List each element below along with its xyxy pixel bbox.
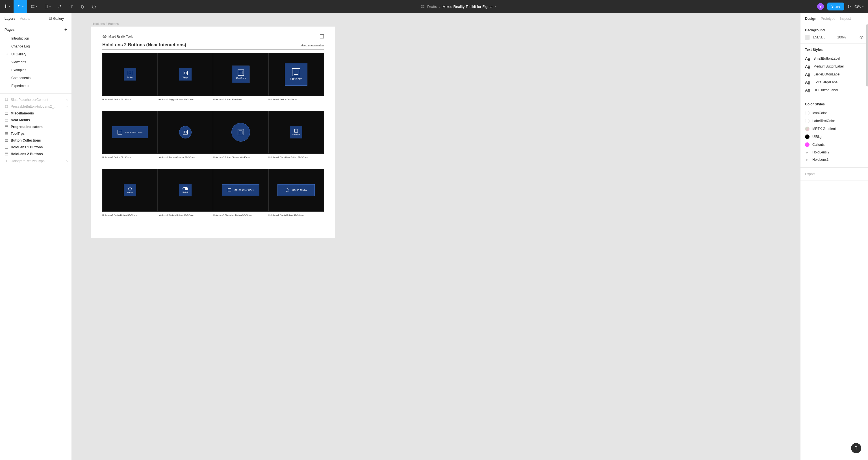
svg-rect-10	[5, 146, 8, 148]
gallery-cell[interactable]: CheckBoxHoloLens2 Checkbox Button 32x32m…	[269, 111, 324, 158]
avatar[interactable]: Y	[817, 3, 824, 10]
add-page-button[interactable]: +	[64, 27, 67, 32]
breadcrumb[interactable]: Drafts / Mixed Reality Toolkit for Figma…	[99, 4, 817, 9]
gallery-cell[interactable]: 32x96 RadioHoloLens2 Radio Button 32x96m…	[269, 169, 324, 216]
gallery-caption: HoloLens2 Button 48x48mm	[213, 96, 269, 100]
bg-hex[interactable]: E5E5E5	[813, 35, 825, 39]
filename[interactable]: Mixed Reality Toolkit for Figma	[442, 4, 493, 9]
page-item[interactable]: Viewports	[0, 58, 71, 66]
layer-item[interactable]: SlatePlaceholderContent∿	[0, 96, 71, 103]
zoom-control[interactable]: 42% ▾	[855, 4, 864, 8]
frame-label[interactable]: HoloLens 2 Buttons	[92, 22, 781, 25]
layer-action-icon[interactable]: ∿	[66, 98, 68, 101]
color-style-row[interactable]: Callouts	[805, 141, 864, 149]
scrollbar[interactable]	[866, 24, 868, 87]
color-style-row[interactable]: UIBkg	[805, 133, 864, 141]
shape-tool[interactable]: ▾	[41, 0, 54, 13]
gallery-cell[interactable]: Button Title LabelHoloLens2 Button 32x96…	[102, 111, 158, 158]
gallery-caption: HoloLens2 Button 32x96mm	[102, 154, 158, 158]
frame-icon	[4, 112, 8, 115]
page-item[interactable]: Components	[0, 74, 71, 82]
bg-opacity[interactable]: 100%	[837, 35, 846, 39]
tab-design[interactable]: Design	[805, 17, 816, 21]
frame-header: Mixed Reality Toolkit	[102, 34, 324, 38]
color-group-row[interactable]: ▶HoloLens 2	[805, 149, 864, 156]
gallery-cell[interactable]: 48x48mmHoloLens2 Button 48x48mm	[213, 53, 269, 100]
page-item[interactable]: Examples	[0, 66, 71, 74]
text-tool[interactable]: T	[66, 0, 77, 13]
layer-item[interactable]: HoloLens 1 Buttons	[0, 144, 71, 151]
frame-icon	[4, 146, 8, 149]
color-group-row[interactable]: ▶HoloLens1	[805, 156, 864, 163]
hand-tool[interactable]	[77, 0, 88, 13]
page-item[interactable]: Experiments	[0, 82, 71, 90]
component-icon	[421, 4, 425, 9]
layer-item[interactable]: Progress Indicators	[0, 123, 71, 130]
tab-inspect[interactable]: Inspect	[840, 17, 851, 21]
gallery-preview	[213, 111, 269, 154]
svg-rect-4	[423, 7, 424, 8]
layer-item[interactable]: Button Collections	[0, 137, 71, 144]
page-item[interactable]: UI Gallery	[0, 50, 71, 58]
tab-assets[interactable]: Assets	[20, 17, 30, 21]
layer-action-icon[interactable]: ∿	[66, 105, 68, 108]
share-button[interactable]: Share	[827, 3, 844, 10]
main: Layers Assets UI Gallery ⌃ Pages + Intro…	[0, 13, 868, 460]
text-style-row[interactable]: AgMediumButtonLabel	[805, 62, 864, 70]
canvas[interactable]: HoloLens 2 Buttons Mixed Reality Toolkit…	[72, 13, 800, 460]
breadcrumb-location[interactable]: Drafts	[427, 4, 437, 9]
gallery-row: Button Title LabelHoloLens2 Button 32x96…	[102, 111, 324, 158]
add-export-button[interactable]: +	[861, 172, 864, 177]
gallery-preview: Switch	[158, 169, 213, 212]
background-row[interactable]: E5E5E5 100%	[805, 35, 864, 39]
chevron-right-icon: ▶	[805, 151, 809, 154]
gallery-cell[interactable]: HoloLens2 Button Circular 32x32mm	[158, 111, 213, 158]
bg-swatch[interactable]	[805, 35, 809, 39]
section-title-row: HoloLens 2 Buttons (Near Interactions) V…	[102, 42, 324, 50]
gallery-caption: HoloLens2 Button Circular 48x48mm	[213, 154, 269, 158]
comment-tool[interactable]	[88, 0, 99, 13]
text-style-row[interactable]: AgExtraLargeLabel	[805, 78, 864, 86]
gallery-cell[interactable]: SwitchHoloLens2 Switch Button 32x32mm	[158, 169, 213, 216]
gallery-cell[interactable]: ButtonHoloLens2 Button 32x32mm	[102, 53, 158, 100]
tab-prototype[interactable]: Prototype	[821, 17, 835, 21]
gallery-cell[interactable]: 32x96 CheckBoxHoloLens2 Checkbox Button …	[213, 169, 269, 216]
text-icon: T	[4, 159, 8, 163]
layer-item[interactable]: Miscellaneous	[0, 110, 71, 117]
text-style-row[interactable]: AgLargeButtonLabel	[805, 70, 864, 78]
layer-item[interactable]: HoloLens 2 Buttons	[0, 151, 71, 157]
text-style-row[interactable]: AgSmallButtonLabel	[805, 55, 864, 62]
svg-rect-9	[5, 139, 8, 142]
figma-menu[interactable]: ▾	[0, 0, 13, 13]
page-item[interactable]: Introduction	[0, 34, 71, 42]
text-style-row[interactable]: AgHL1ButtonLabel	[805, 86, 864, 94]
help-button[interactable]: ?	[851, 443, 861, 453]
gallery-cell[interactable]: HoloLens2 Button Circular 48x48mm	[213, 111, 269, 158]
layer-item[interactable]: THologramResizeGlyph∿	[0, 157, 71, 164]
gallery-cell[interactable]: 64x64mmHoloLens2 Button 64x64mm	[269, 53, 324, 100]
layer-item[interactable]: Near Menus	[0, 117, 71, 123]
layer-action-icon[interactable]: ∿	[66, 160, 68, 162]
frame-tool[interactable]: ▾	[27, 0, 41, 13]
doc-link[interactable]: View Documentation	[301, 44, 324, 47]
move-tool[interactable]: ▾	[13, 0, 27, 13]
gallery-cell[interactable]: ToggleHoloLens2 Toggle Button 32x32mm	[158, 53, 213, 100]
gallery-cell[interactable]: RadioHoloLens2 Radio Button 32x32mm	[102, 169, 158, 216]
svg-rect-2	[423, 5, 424, 6]
color-style-row[interactable]: IconColor	[805, 109, 864, 117]
color-style-row[interactable]: MRTK Gradient	[805, 125, 864, 133]
visibility-toggle[interactable]	[860, 35, 864, 39]
tab-layers[interactable]: Layers	[4, 17, 16, 21]
layer-item[interactable]: PressableButtonHoloLens2_...∿	[0, 103, 71, 110]
page-item[interactable]: Change Log	[0, 42, 71, 50]
pen-icon	[58, 4, 62, 8]
layer-item[interactable]: ToolTips	[0, 130, 71, 137]
color-style-row[interactable]: LabelTextColor	[805, 117, 864, 125]
gallery-caption: HoloLens2 Toggle Button 32x32mm	[158, 96, 213, 100]
canvas-frame[interactable]: Mixed Reality Toolkit HoloLens 2 Buttons…	[91, 27, 335, 238]
pages-header: Pages +	[0, 24, 71, 34]
export-section[interactable]: Export +	[801, 167, 868, 181]
pen-tool[interactable]	[54, 0, 66, 13]
present-button[interactable]	[848, 5, 851, 8]
page-selector[interactable]: UI Gallery ⌃	[49, 17, 67, 21]
